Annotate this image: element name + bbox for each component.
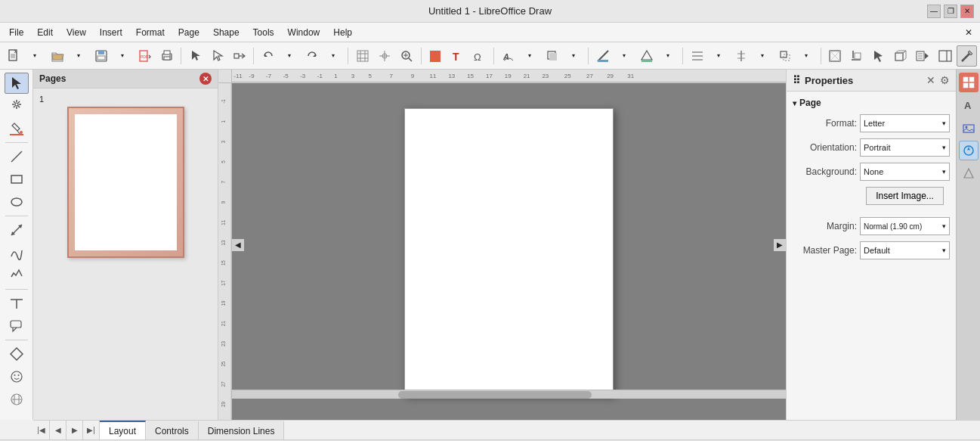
tab-layout[interactable]: Layout [100,421,146,439]
smiley-button[interactable] [5,366,29,387]
tab-controls[interactable]: Controls [146,421,199,439]
pan-tool-button[interactable] [5,95,29,116]
scroll-left-arrow[interactable]: ◀ [232,239,244,251]
save-arrow[interactable]: ▾ [112,45,133,67]
transform-arrow[interactable]: ▾ [796,45,817,67]
tab-nav-first[interactable]: |◀ [33,421,50,439]
menu-help[interactable]: Help [327,26,358,39]
open-arrow[interactable]: ▾ [68,45,89,67]
background-select[interactable]: None ▾ [860,163,950,181]
fill-color-button[interactable] [425,45,446,67]
sidebar-navigator-button[interactable] [959,141,978,160]
page-thumbnail-1[interactable]: 1 [39,95,212,258]
special-char-button[interactable]: Ω [469,45,490,67]
maximize-button[interactable]: ❐ [944,5,957,18]
rectangle-tool-button[interactable] [5,169,29,190]
zoom-button[interactable] [396,45,416,67]
sidebar-gallery-button[interactable] [959,118,978,138]
fontwork-button[interactable]: A [498,45,519,67]
menu-page[interactable]: Page [172,26,206,39]
grid-button[interactable] [352,45,373,67]
callout-button[interactable] [5,315,29,337]
transform-button[interactable] [774,45,796,67]
save-button[interactable] [91,45,112,67]
master-page-select[interactable]: Default ▾ [860,241,950,259]
menu-format[interactable]: Format [130,26,171,39]
more-tools-button[interactable] [5,389,29,410]
adjust-button[interactable] [229,45,249,67]
select-mode-button[interactable] [5,73,29,94]
freeform-button[interactable] [5,265,29,286]
svg-text:9: 9 [411,73,414,79]
toggle-sidebar-button[interactable] [935,45,955,67]
tab-nav-last[interactable]: ▶| [83,421,100,439]
sidebar-properties-button[interactable] [959,73,978,92]
print-button[interactable] [156,45,177,67]
menu-file[interactable]: File [3,26,29,39]
line-color-arrow[interactable]: ▾ [614,45,635,67]
properties-close-button[interactable]: ✕ [926,74,935,86]
area-color-button[interactable] [636,45,657,67]
format-select[interactable]: Letter ▾ [860,114,950,132]
close-button[interactable]: ✕ [960,5,974,18]
pages-close-button[interactable]: ✕ [199,73,212,85]
redo-arrow[interactable]: ▾ [323,45,344,67]
line-color-button[interactable] [592,45,614,67]
spacing-arrow[interactable]: ▾ [752,45,773,67]
open-button[interactable] [47,45,68,67]
pointer-button[interactable] [869,45,889,67]
menu-tools[interactable]: Tools [247,26,280,39]
draw-canvas[interactable] [232,83,786,420]
area-color-arrow[interactable]: ▾ [657,45,679,67]
tab-nav-next[interactable]: ▶ [66,421,83,439]
menu-view[interactable]: View [60,26,92,39]
undo-arrow[interactable]: ▾ [279,45,300,67]
line-tool-button[interactable] [5,146,29,167]
minimize-button[interactable]: — [927,5,941,18]
tab-dimension-lines[interactable]: Dimension Lines [199,421,285,439]
text-button[interactable]: T [447,45,468,67]
tab-nav-prev[interactable]: ◀ [50,421,66,439]
ellipse-tool-button[interactable] [5,191,29,213]
canvas-scroll-area[interactable] [232,83,786,420]
diamond-button[interactable] [5,343,29,365]
toggle-extrusion-button[interactable] [891,45,911,67]
menu-window[interactable]: Window [282,26,326,39]
align-arrow[interactable]: ▾ [708,45,729,67]
navigator-button[interactable] [913,45,933,67]
crop-button[interactable] [847,45,867,67]
menu-edit[interactable]: Edit [31,26,59,39]
insert-image-button[interactable]: Insert Image... [866,187,944,205]
sidebar-styles-button[interactable]: A [959,95,978,115]
shadow-button[interactable] [542,45,563,67]
align-button[interactable] [687,45,708,67]
curve-tool-button[interactable] [5,242,29,263]
properties-settings-button[interactable]: ⚙ [940,74,950,86]
menu-shape[interactable]: Shape [207,26,246,39]
spacing-button[interactable] [731,45,752,67]
undo-button[interactable] [258,45,279,67]
export-button[interactable]: PDF [134,45,155,67]
redo-button[interactable] [301,45,323,67]
slide-page[interactable] [404,108,614,396]
arrow-tool-button[interactable] [5,219,29,241]
crosshair-button[interactable] [374,45,394,67]
menu-insert[interactable]: Insert [94,26,128,39]
scrollbar-thumb[interactable] [398,391,592,399]
text-insert-button[interactable] [5,293,29,314]
close-document-button[interactable]: ✕ [960,26,977,39]
area-select-button[interactable] [207,45,227,67]
fontwork-arrow[interactable]: ▾ [519,45,540,67]
orientation-select[interactable]: Portrait ▾ [860,138,950,157]
scroll-right-arrow[interactable]: ▶ [774,239,786,251]
new-button[interactable] [3,45,24,67]
highlight-button[interactable] [957,45,977,67]
new-arrow[interactable]: ▾ [24,45,45,67]
select-tool-button[interactable] [185,45,206,67]
shadow-arrow[interactable]: ▾ [563,45,584,67]
margin-select[interactable]: Normal (1.90 cm) ▾ [860,217,950,235]
sidebar-shapes-button[interactable] [959,163,978,183]
box-button[interactable] [825,45,846,67]
paint-bucket-button[interactable] [5,118,29,139]
horizontal-scrollbar[interactable] [232,390,786,399]
